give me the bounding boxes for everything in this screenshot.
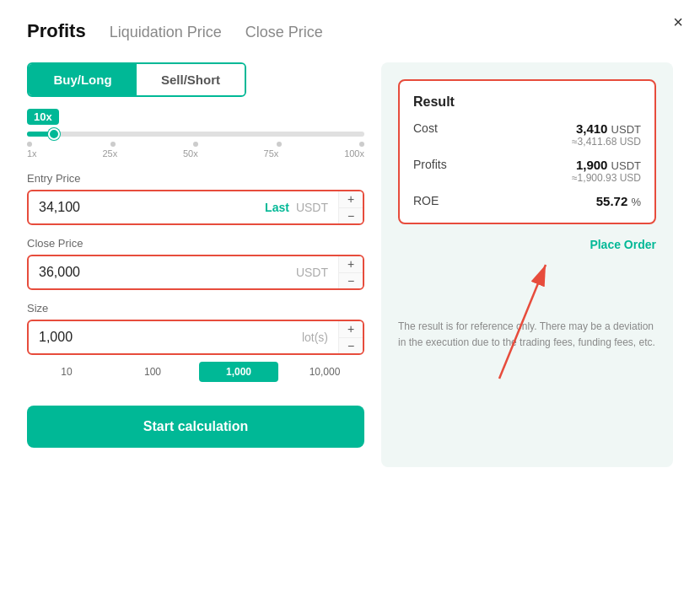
slider-dots — [27, 142, 364, 147]
buy-long-button[interactable]: Buy/Long — [29, 64, 137, 95]
modal: × Profits Liquidation Price Close Price … — [0, 0, 700, 613]
leverage-area: 10x 1x 25x 50x 75x 100x — [27, 109, 364, 159]
tab-close-price[interactable]: Close Price — [245, 24, 323, 43]
size-options: 10 100 1,000 10,000 — [27, 362, 364, 382]
cost-label: Cost — [413, 121, 438, 135]
tabs-row: Profits Liquidation Price Close Price — [27, 20, 673, 46]
slider-dot — [277, 142, 282, 147]
slider-dot — [27, 142, 32, 147]
cost-main: 3,410 USDT — [572, 121, 641, 136]
roe-values: 55.72 % — [596, 194, 641, 209]
entry-price-value[interactable]: 34,100 — [39, 200, 258, 215]
slider-thumb — [48, 128, 60, 140]
close-price-value[interactable]: 36,000 — [39, 265, 289, 280]
size-inner: 1,000 lot(s) — [29, 321, 338, 353]
right-panel: Result Cost 3,410 USDT ≈3,411.68 USD Pro… — [381, 62, 673, 467]
tab-profits[interactable]: Profits — [27, 20, 86, 46]
close-price-input-row: 36,000 USDT + − — [27, 255, 364, 290]
result-box: Result Cost 3,410 USDT ≈3,411.68 USD Pro… — [398, 79, 656, 224]
leverage-label-25x: 25x — [102, 148, 117, 159]
buy-sell-toggle: Buy/Long Sell/Short — [27, 62, 246, 97]
sell-short-button[interactable]: Sell/Short — [137, 64, 245, 95]
entry-price-unit: USDT — [296, 201, 328, 214]
main-content: Buy/Long Sell/Short 10x 1x — [27, 62, 673, 467]
profits-sub: ≈1,900.93 USD — [572, 172, 641, 184]
leverage-label-1x: 1x — [27, 148, 37, 159]
close-price-inner: 36,000 USDT — [29, 256, 338, 288]
close-button[interactable]: × — [673, 13, 683, 30]
leverage-label-50x: 50x — [183, 148, 198, 159]
close-price-increment[interactable]: + — [339, 256, 363, 273]
left-panel: Buy/Long Sell/Short 10x 1x — [27, 62, 364, 467]
arrow-annotation — [415, 248, 584, 383]
result-roe-row: ROE 55.72 % — [413, 194, 641, 209]
slider-dot — [110, 142, 116, 147]
entry-price-decrement[interactable]: − — [339, 208, 363, 224]
place-order-button[interactable]: Place Order — [398, 238, 656, 251]
result-cost-row: Cost 3,410 USDT ≈3,411.68 USD — [413, 121, 641, 148]
disclaimer: The result is for reference only. There … — [398, 319, 656, 351]
close-price-btns: + − — [338, 256, 363, 288]
entry-price-unit-highlight[interactable]: Last — [265, 201, 289, 214]
close-price-label: Close Price — [27, 237, 364, 250]
close-price-decrement[interactable]: − — [339, 273, 363, 289]
entry-price-btns: + − — [338, 191, 363, 223]
entry-price-input-row: 34,100 Last USDT + − — [27, 190, 364, 225]
entry-price-inner: 34,100 Last USDT — [29, 191, 338, 223]
size-btns: + − — [338, 321, 363, 353]
size-input-row: 1,000 lot(s) + − — [27, 320, 364, 355]
profits-values: 1,900 USDT ≈1,900.93 USD — [572, 158, 641, 184]
size-label: Size — [27, 302, 364, 315]
leverage-badge: 10x — [27, 109, 59, 125]
cost-values: 3,410 USDT ≈3,411.68 USD — [572, 121, 641, 148]
profits-label: Profits — [413, 158, 447, 171]
size-decrement[interactable]: − — [339, 338, 363, 354]
size-opt-10000[interactable]: 10,000 — [285, 362, 364, 382]
roe-value: 55.72 % — [596, 194, 641, 208]
size-opt-10[interactable]: 10 — [27, 362, 106, 382]
slider-dot — [193, 142, 198, 147]
entry-price-label: Entry Price — [27, 172, 364, 185]
tab-liquidation-price[interactable]: Liquidation Price — [110, 24, 222, 43]
size-opt-1000[interactable]: 1,000 — [199, 362, 278, 382]
leverage-label-100x: 100x — [344, 148, 364, 159]
size-increment[interactable]: + — [339, 321, 363, 338]
size-opt-100[interactable]: 100 — [113, 362, 192, 382]
close-price-unit: USDT — [296, 266, 328, 279]
cost-sub: ≈3,411.68 USD — [572, 136, 641, 148]
entry-price-increment[interactable]: + — [339, 191, 363, 208]
size-value[interactable]: 1,000 — [39, 330, 295, 345]
slider-labels: 1x 25x 50x 75x 100x — [27, 148, 364, 159]
profits-main: 1,900 USDT — [572, 158, 641, 172]
size-unit: lot(s) — [302, 331, 328, 344]
result-profits-row: Profits 1,900 USDT ≈1,900.93 USD — [413, 158, 641, 184]
roe-label: ROE — [413, 194, 439, 207]
result-title: Result — [413, 94, 641, 110]
leverage-slider-track[interactable] — [27, 132, 364, 137]
start-calculation-button[interactable]: Start calculation — [27, 406, 364, 448]
slider-dot — [359, 142, 364, 147]
leverage-label-75x: 75x — [264, 148, 279, 159]
arrow-svg — [415, 248, 584, 383]
